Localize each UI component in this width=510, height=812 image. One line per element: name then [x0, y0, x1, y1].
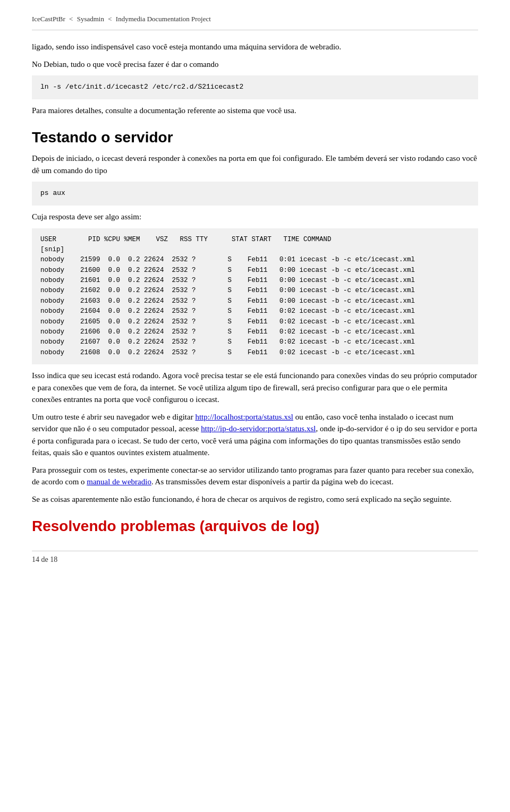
section1-p5-part2: . As transmissões devem estar disponívei…	[151, 477, 394, 486]
intro-p2: No Debian, tudo o que você precisa fazer…	[32, 58, 478, 71]
section1-p3: Isso indica que seu icecast está rodando…	[32, 370, 478, 406]
page-number: 14 de 18	[32, 555, 57, 563]
ps-output-block: USER PID %CPU %MEM VSZ RSS TTY STAT STAR…	[32, 228, 478, 365]
link-manual-webradio[interactable]: manual de webradio	[87, 477, 151, 486]
command-ps: ps aux	[32, 182, 478, 206]
link-localhost-status[interactable]: http://localhost:porta/status.xsl	[195, 413, 293, 421]
section1-p6: Se as coisas aparentemente não estão fun…	[32, 493, 478, 506]
section-resolvendo-heading: Resolvendo problemas (arquivos de log)	[32, 518, 478, 535]
section1-p5: Para prosseguir com os testes, experimen…	[32, 464, 478, 488]
section1-p1: Depois de iniciado, o icecast deverá res…	[32, 152, 478, 176]
command-ln: ln -s /etc/init.d/icecast2 /etc/rc2.d/S2…	[32, 75, 478, 99]
breadcrumb-link-1[interactable]: IceCastPtBr	[32, 15, 65, 23]
section-testando-heading: Testando o servidor	[32, 129, 478, 146]
section1-p4: Um outro teste é abrir seu navegador web…	[32, 411, 478, 459]
section1-p2: Cuja resposta deve ser algo assim:	[32, 211, 478, 223]
intro-p3: Para maiores detalhes, consulte a docume…	[32, 105, 478, 117]
section1-p4-part1: Um outro teste é abrir seu navegador web…	[32, 413, 195, 421]
link-server-status[interactable]: http://ip-do-servidor:porta/status.xsl	[201, 424, 316, 433]
breadcrumb-sep-1: <	[67, 15, 75, 23]
breadcrumb-link-3[interactable]: Indymedia Documentation Project	[116, 15, 211, 23]
breadcrumb: IceCastPtBr < Sysadmin < Indymedia Docum…	[32, 11, 478, 30]
page-footer: 14 de 18	[32, 551, 478, 564]
breadcrumb-sep-2: <	[106, 15, 114, 23]
intro-p1: ligado, sendo isso indispensável caso vo…	[32, 41, 478, 53]
breadcrumb-link-2[interactable]: Sysadmin	[77, 15, 104, 23]
